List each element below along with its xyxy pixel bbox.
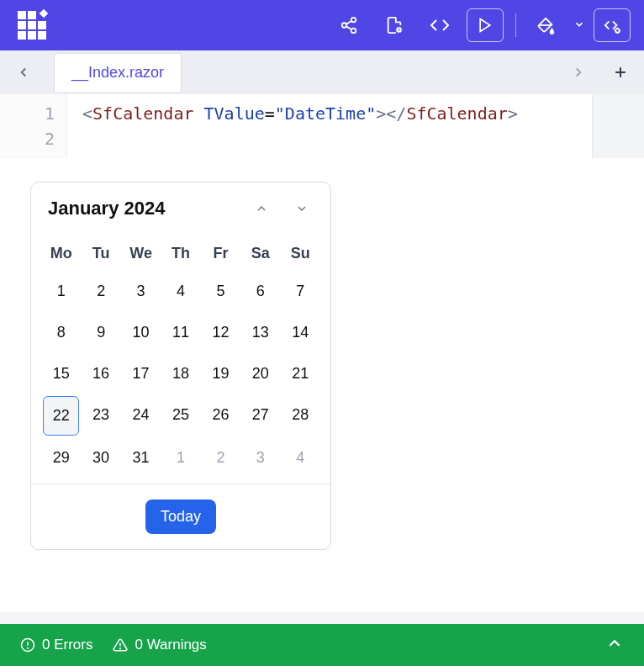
preview-pane: January 2024 MoTuWeThFrSaSu1234567891011… <box>0 158 644 612</box>
code-view-button[interactable] <box>421 8 458 42</box>
calendar-day[interactable]: 3 <box>123 272 159 310</box>
calendar-day[interactable]: 8 <box>43 314 79 352</box>
calendar-day[interactable]: 1 <box>43 272 79 310</box>
play-icon <box>477 17 494 34</box>
calendar-dow: Su <box>281 236 320 271</box>
calendar-day[interactable]: 5 <box>203 272 239 310</box>
calendar-day[interactable]: 2 <box>203 439 239 477</box>
calendar-day[interactable]: 29 <box>43 439 79 477</box>
code-area[interactable]: <SfCalendar TValue="DateTime"></SfCalend… <box>67 94 592 158</box>
svg-marker-6 <box>480 19 490 32</box>
warnings-label: 0 Warnings <box>135 637 206 653</box>
calendar-day[interactable]: 18 <box>162 355 198 393</box>
line-number: 1 <box>0 101 55 126</box>
share-button[interactable] <box>330 8 367 42</box>
warnings-status[interactable]: 0 Warnings <box>113 637 206 653</box>
warning-icon <box>113 637 128 653</box>
chevron-right-icon <box>571 65 586 80</box>
calendar-widget: January 2024 MoTuWeThFrSaSu1234567891011… <box>30 182 331 550</box>
format-dropdown[interactable] <box>573 18 585 33</box>
calendar-day[interactable]: 6 <box>242 272 278 310</box>
app-menu-button[interactable] <box>13 8 50 42</box>
calendar-dow: We <box>121 236 161 271</box>
plus-icon <box>612 64 629 81</box>
calendar-day[interactable]: 28 <box>282 396 319 436</box>
calendar-day[interactable]: 4 <box>162 272 198 310</box>
calendar-day[interactable]: 12 <box>203 314 239 352</box>
calendar-day[interactable]: 30 <box>82 439 119 477</box>
svg-line-3 <box>346 21 351 24</box>
calendar-day[interactable]: 1 <box>162 439 198 477</box>
new-tab-button[interactable] <box>605 57 636 87</box>
calendar-day[interactable]: 26 <box>203 396 239 436</box>
tab-index-razor[interactable]: __Index.razor <box>54 53 182 92</box>
svg-point-2 <box>351 29 356 33</box>
calendar-dow: Fr <box>201 236 240 271</box>
calendar-day[interactable]: 20 <box>242 355 278 393</box>
today-button[interactable]: Today <box>145 500 216 534</box>
calendar-day[interactable]: 25 <box>162 396 198 436</box>
svg-point-14 <box>120 648 121 649</box>
calendar-day[interactable]: 27 <box>242 396 278 436</box>
calendar-day[interactable]: 2 <box>82 272 119 310</box>
calendar-dow: Tu <box>81 236 120 271</box>
error-icon <box>20 637 35 653</box>
svg-point-12 <box>28 648 29 648</box>
calendar-day[interactable]: 17 <box>123 355 159 393</box>
svg-point-1 <box>342 23 347 28</box>
line-number: 2 <box>0 126 55 151</box>
file-settings-button[interactable] <box>376 8 413 42</box>
calendar-day[interactable]: 9 <box>82 314 119 352</box>
code-editor[interactable]: 1 2 <SfCalendar TValue="DateTime"></SfCa… <box>0 94 644 158</box>
tab-prev-button[interactable] <box>8 57 39 87</box>
calendar-footer: Today <box>31 484 330 549</box>
calendar-next-button[interactable] <box>290 198 314 219</box>
calendar-day[interactable]: 15 <box>43 355 79 393</box>
code-line: <SfCalendar TValue="DateTime"></SfCalend… <box>82 101 585 126</box>
format-button[interactable] <box>528 8 565 42</box>
run-button[interactable] <box>467 8 504 42</box>
svg-point-7 <box>615 29 620 33</box>
calendar-dow: Th <box>161 236 200 271</box>
editor-settings-button[interactable] <box>594 8 631 42</box>
calendar-day-today[interactable]: 22 <box>43 396 79 436</box>
calendar-day[interactable]: 4 <box>282 439 319 477</box>
status-bar: 0 Errors 0 Warnings <box>0 624 644 666</box>
chevron-up-icon <box>253 202 270 215</box>
svg-line-4 <box>346 26 351 29</box>
line-gutter: 1 2 <box>0 94 67 158</box>
file-gear-icon <box>385 16 404 34</box>
calendar-dow: Mo <box>41 236 81 271</box>
calendar-day[interactable]: 21 <box>282 355 319 393</box>
calendar-day[interactable]: 31 <box>123 439 159 477</box>
calendar-day[interactable]: 16 <box>82 355 119 393</box>
calendar-day[interactable]: 23 <box>82 396 119 436</box>
calendar-day[interactable]: 24 <box>123 396 159 436</box>
calendar-day[interactable]: 11 <box>162 314 198 352</box>
calendar-title[interactable]: January 2024 <box>48 198 165 219</box>
calendar-day[interactable]: 3 <box>242 439 278 477</box>
calendar-day[interactable]: 7 <box>282 272 319 310</box>
calendar-day[interactable]: 10 <box>123 314 159 352</box>
paint-bucket-icon <box>537 16 556 34</box>
status-expand-button[interactable] <box>605 634 624 657</box>
errors-status[interactable]: 0 Errors <box>20 637 92 653</box>
toolbar-separator <box>515 13 516 37</box>
minimap[interactable] <box>592 94 644 158</box>
top-toolbar <box>0 0 644 50</box>
chevron-down-icon <box>573 18 585 30</box>
share-icon <box>340 16 358 34</box>
tab-next-button[interactable] <box>563 57 594 87</box>
chevron-down-icon <box>293 202 310 215</box>
svg-point-0 <box>351 18 356 23</box>
calendar-prev-button[interactable] <box>250 198 273 219</box>
errors-label: 0 Errors <box>42 637 92 653</box>
chevron-up-icon <box>605 634 624 653</box>
calendar-header: January 2024 <box>31 182 330 228</box>
calendar-dow: Sa <box>240 236 280 271</box>
calendar-day[interactable]: 19 <box>203 355 239 393</box>
calendar-day[interactable]: 13 <box>242 314 278 352</box>
calendar-grid: MoTuWeThFrSaSu12345678910111213141516171… <box>31 228 330 484</box>
code-icon <box>430 15 450 35</box>
calendar-day[interactable]: 14 <box>282 314 319 352</box>
